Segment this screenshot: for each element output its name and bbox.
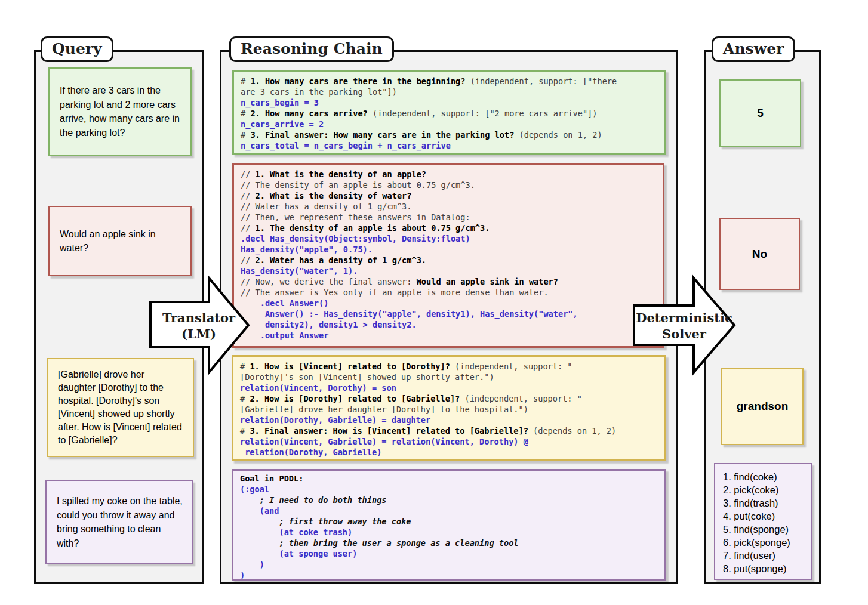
- code-line: (at coke trash): [240, 527, 658, 538]
- reasoning-block-kinship: # 1. How is [Vincent] related to [Doroth…: [232, 355, 666, 461]
- code-line: n_cars_arrive = 2: [241, 119, 658, 129]
- code-line: // The answer is Yes only if an apple is…: [241, 287, 656, 298]
- plan-step: 1. find(coke): [723, 470, 807, 483]
- query-card-robot-task: I spilled my coke on the table, could yo…: [45, 480, 193, 564]
- code-line: density2), density1 > density2.: [241, 319, 656, 330]
- code-line: (at sponge user): [240, 548, 658, 559]
- plan-step: 6. pick(sponge): [723, 536, 807, 549]
- plan-step: 3. find(trash): [723, 496, 807, 510]
- code-line: ; first throw away the coke: [240, 516, 658, 527]
- code-line: are 3 cars in the parking lot"]): [241, 87, 658, 97]
- code-line: // Water has a density of 1 g/cm^3.: [241, 201, 656, 212]
- code-line: ): [240, 559, 658, 570]
- code-line: .decl Has_density(Object:symbol, Density…: [241, 233, 656, 244]
- answer-card-robot-plan: 1. find(coke)2. pick(coke)3. find(trash)…: [714, 463, 812, 580]
- code-line: # 1. How many cars are there in the begi…: [241, 76, 658, 87]
- answer-panel-label: Answer: [712, 36, 795, 62]
- reasoning-block-pddl: Goal in PDDL:(:goal ; I need to do both …: [232, 469, 666, 581]
- answer-card-arithmetic: 5: [719, 79, 801, 147]
- code-line: # 1. How is [Vincent] related to [Doroth…: [240, 361, 658, 372]
- query-panel: If there are 3 cars in the parking lot a…: [34, 50, 204, 584]
- code-line: // 1. The density of an apple is about 0…: [241, 223, 656, 233]
- code-line: Has_density("water", 1).: [241, 266, 656, 276]
- code-line: ; then bring the user a sponge as a clea…: [240, 538, 658, 548]
- query-text: Would an apple sink in water?: [50, 224, 190, 259]
- code-line: // Now, we derive the final answer: Woul…: [241, 276, 656, 287]
- code-line: // Then, we represent these answers in D…: [241, 212, 656, 223]
- query-card-kinship: [Gabrielle] drove her daughter [Dorothy]…: [47, 358, 194, 457]
- query-card-arithmetic: If there are 3 cars in the parking lot a…: [48, 67, 192, 156]
- code-line: (and: [240, 505, 658, 516]
- code-line: [Dorothy]'s son [Vincent] showed up shor…: [240, 372, 658, 382]
- query-text: If there are 3 cars in the parking lot a…: [50, 80, 190, 143]
- code-line: (:goal: [240, 484, 658, 495]
- answer-panel: 5 No grandson 1. find(coke)2. pick(coke)…: [704, 50, 821, 584]
- query-text: [Gabrielle] drove her daughter [Dorothy]…: [48, 365, 193, 450]
- code-line: # 3. Final answer: How is [Vincent] rela…: [240, 425, 658, 436]
- code-line: .decl Answer(): [241, 298, 656, 308]
- code-line: relation(Vincent, Dorothy) = son: [240, 382, 658, 393]
- code-line: # 2. How many cars arrive? (independent,…: [241, 108, 658, 119]
- code-line: ): [240, 570, 658, 581]
- code-line: [Gabrielle] drove her daughter [Dorothy]…: [240, 404, 658, 415]
- code-line: // 1. What is the density of an apple?: [241, 169, 656, 180]
- code-line: relation(Vincent, Gabrielle) = relation(…: [240, 436, 658, 447]
- reasoning-chain-panel: # 1. How many cars are there in the begi…: [220, 50, 678, 584]
- query-panel-label: Query: [41, 36, 113, 62]
- plan-step: 4. put(coke): [723, 510, 807, 523]
- plan-step: 5. find(sponge): [723, 523, 807, 536]
- code-line: n_cars_total = n_cars_begin + n_cars_arr…: [241, 140, 658, 151]
- code-line: Goal in PDDL:: [240, 473, 658, 484]
- query-text: I spilled my coke on the table, could yo…: [47, 490, 192, 554]
- plan-step: 7. find(user): [723, 549, 807, 562]
- code-line: // 2. What is the density of water?: [241, 190, 656, 201]
- answer-card-kinship: grandson: [721, 368, 804, 445]
- code-line: # 2. How is [Dorothy] related to [Gabrie…: [240, 393, 658, 404]
- reasoning-block-datalog: // 1. What is the density of an apple?//…: [232, 163, 664, 348]
- code-line: .output Answer: [241, 330, 656, 341]
- code-line: # 3. Final answer: How many cars are in …: [241, 129, 658, 140]
- code-line: Answer() :- Has_density("apple", density…: [241, 308, 656, 319]
- code-line: relation(Dorothy, Gabrielle) = daughter: [240, 415, 658, 425]
- plan-step: 8. put(sponge): [723, 562, 807, 575]
- plan-step: 2. pick(coke): [723, 483, 807, 496]
- code-line: // The density of an apple is about 0.75…: [241, 180, 656, 190]
- query-card-physics: Would an apple sink in water?: [48, 206, 192, 276]
- code-line: Has_density("apple", 0.75).: [241, 244, 656, 255]
- code-line: ; I need to do both things: [240, 495, 658, 505]
- reasoning-panel-label: Reasoning Chain: [229, 36, 394, 62]
- reasoning-block-arithmetic: # 1. How many cars are there in the begi…: [232, 70, 666, 155]
- code-line: // 2. Water has a density of 1 g/cm^3.: [241, 255, 656, 266]
- figure-canvas: If there are 3 cars in the parking lot a…: [0, 0, 868, 605]
- code-line: n_cars_begin = 3: [241, 97, 658, 108]
- answer-card-physics: No: [719, 218, 800, 290]
- code-line: relation(Dorothy, Gabrielle): [240, 447, 658, 458]
